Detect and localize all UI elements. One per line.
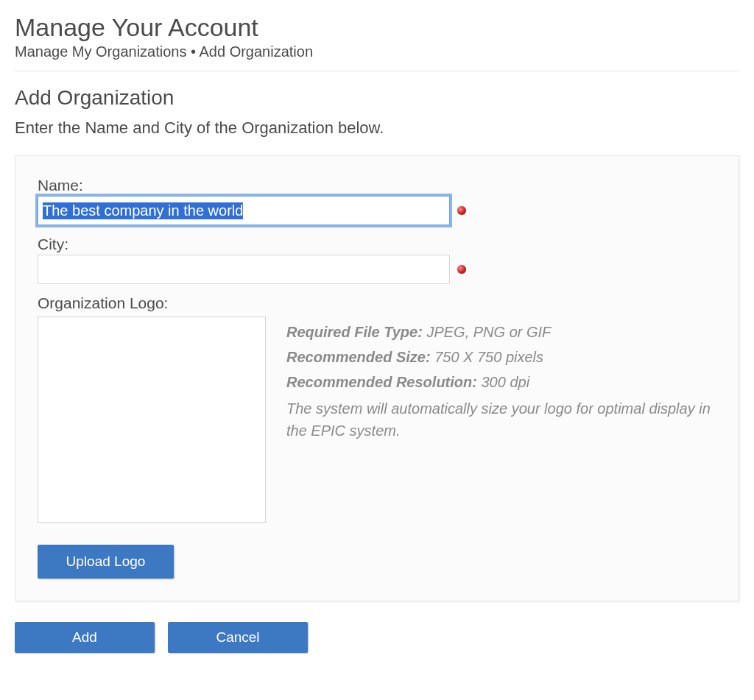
action-row: Add Cancel xyxy=(15,622,739,653)
logo-req-type-key: Required File Type: xyxy=(286,324,423,340)
logo-row: Required File Type: JPEG, PNG or GIF Rec… xyxy=(38,317,716,523)
form-panel: Name: City: Organization Logo: Required … xyxy=(15,155,739,601)
logo-label: Organization Logo: xyxy=(38,294,716,312)
logo-rec-size-val: 750 X 750 pixels xyxy=(434,349,543,365)
city-input[interactable] xyxy=(38,255,450,284)
page-title: Manage Your Account xyxy=(15,13,739,42)
logo-req-type-val: JPEG, PNG or GIF xyxy=(426,324,551,340)
name-field-row xyxy=(38,196,716,225)
required-indicator-icon xyxy=(457,265,466,274)
city-field-row xyxy=(38,255,716,284)
logo-rec-res-key: Recommended Resolution: xyxy=(286,374,477,390)
breadcrumb-item-manage-orgs[interactable]: Manage My Organizations xyxy=(15,43,186,60)
page-root: Manage Your Account Manage My Organizati… xyxy=(0,0,754,675)
logo-info: Required File Type: JPEG, PNG or GIF Rec… xyxy=(286,317,716,442)
breadcrumb-separator: • xyxy=(191,43,196,60)
logo-rec-size-key: Recommended Size: xyxy=(286,349,431,365)
cancel-button[interactable]: Cancel xyxy=(168,622,308,653)
city-label: City: xyxy=(38,236,716,253)
divider xyxy=(15,71,739,71)
logo-note: The system will automatically size your … xyxy=(286,397,716,442)
add-button[interactable]: Add xyxy=(15,622,155,653)
breadcrumb-item-add-org: Add Organization xyxy=(199,43,313,60)
section-title: Add Organization xyxy=(15,86,739,110)
upload-logo-button[interactable]: Upload Logo xyxy=(38,545,174,579)
required-indicator-icon xyxy=(457,206,466,215)
logo-preview-box xyxy=(38,317,266,523)
section-instruction: Enter the Name and City of the Organizat… xyxy=(15,119,739,138)
name-input[interactable] xyxy=(38,196,450,225)
logo-rec-res-val: 300 dpi xyxy=(481,374,529,390)
name-label: Name: xyxy=(38,177,716,194)
breadcrumb: Manage My Organizations • Add Organizati… xyxy=(15,43,739,60)
